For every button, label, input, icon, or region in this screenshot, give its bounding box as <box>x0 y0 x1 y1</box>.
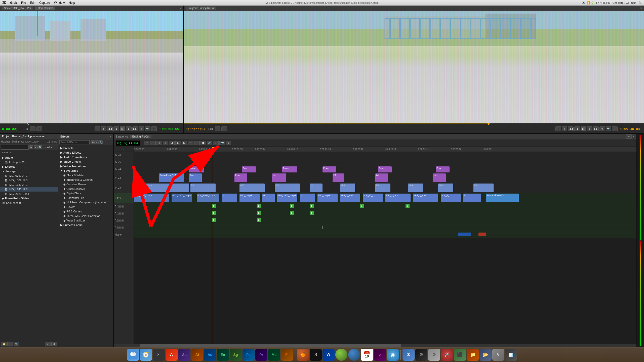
tl-play-btn[interactable]: ▶ <box>175 141 181 145</box>
dock-minecraft[interactable]: ⬛ <box>454 349 466 361</box>
v4-eye-icon[interactable]: 👁 <box>115 168 117 171</box>
track-v1[interactable]: MVI_1460_1.mp4 MVL_1460_1.mp4 MVI_1460_1… <box>134 193 636 203</box>
dock-ps[interactable]: Ps <box>243 349 255 361</box>
dock-folder-1[interactable]: 📁 <box>467 349 479 361</box>
program-zoom-out-btn[interactable]: - <box>215 126 220 131</box>
clip-a1-marker5[interactable]: ◆ <box>360 204 364 208</box>
tl-mark-out-btn[interactable]: } <box>163 141 168 145</box>
clip-v2-mvl7[interactable]: MVI <box>408 184 423 192</box>
source-mark-out-btn[interactable]: } <box>101 126 106 131</box>
clip-a1-marker1[interactable]: ◆ <box>212 204 216 208</box>
dock-launchpad[interactable]: 🚀 <box>441 349 453 361</box>
clip-v2-mvl3[interactable]: MVI <box>275 184 300 192</box>
clip-v1-m[interactable]: M <box>222 194 237 202</box>
effects-view-btn[interactable]: ⊞ <box>91 140 95 144</box>
clip-v3-im1[interactable]: IM <box>272 173 286 182</box>
menu-file[interactable]: File <box>21 1 26 5</box>
track-a2[interactable]: ◆ ◆ <box>134 217 636 224</box>
tl-mark-in-btn[interactable]: { <box>156 141 162 145</box>
dock-fcp[interactable]: ✂ <box>153 349 165 361</box>
menubar-search-icon[interactable]: 🔍 <box>638 1 642 5</box>
a2-solo-btn[interactable]: S <box>122 219 124 222</box>
proj-sequence02[interactable]: 🎬Sequence 02 <box>0 201 58 205</box>
effect-cross-dissolve[interactable]: ◆Cross Dissolve <box>58 187 113 191</box>
track-a1b[interactable]: ◆ ◆ ◆ ◆ <box>134 210 636 217</box>
dock-calendar[interactable]: CAL19 <box>361 349 373 361</box>
program-step-back-btn[interactable]: ◀ <box>574 126 580 131</box>
clip-v1-mvl-1060b[interactable]: MVI_1_mp4 <box>385 194 411 202</box>
effect-warp-stab[interactable]: ◆Warp Stabilizer <box>58 218 113 223</box>
clip-v2-mvl4[interactable]: M <box>310 184 323 192</box>
effects-filter-btn[interactable]: 🔧 <box>99 140 103 144</box>
menu-grab[interactable]: Grab <box>10 1 17 5</box>
v1-eye-icon[interactable]: 👁 <box>116 197 119 199</box>
dock-flash[interactable]: Fl <box>281 349 293 361</box>
proj-img1002[interactable]: 🖼IMG_1002.JPG <box>0 178 58 183</box>
program-progress-bar[interactable] <box>184 123 644 124</box>
clip-v3-pow4[interactable]: IM <box>375 173 388 182</box>
clip-v1-mvl-1060[interactable]: MVI_95_... <box>363 194 383 202</box>
source-progress-bar[interactable] <box>0 123 183 124</box>
program-tab[interactable]: Program: Ending ReCut <box>186 7 216 10</box>
project-list-view-btn[interactable]: ≡ <box>34 145 38 149</box>
effect-audio-trans[interactable]: ▶Audio Transitions <box>58 155 113 159</box>
v2-eye-icon[interactable]: 👁 <box>115 187 117 189</box>
proj-img1139[interactable]: 🖼IMG_1139.JPG <box>0 183 58 187</box>
track-v2[interactable]: MVI_1460_1.mp4 MVI 655. MVI M MVI MVI MV… <box>134 183 636 193</box>
dock-safari2[interactable]: ◉ <box>387 349 399 361</box>
source-camera-btn[interactable]: 📷 <box>145 126 150 131</box>
clip-v1-mvl-1060d[interactable]: MVI_1_ <box>441 194 461 202</box>
clip-a1-marker3[interactable]: ◆ <box>290 204 294 208</box>
program-play-btn[interactable]: ▶ <box>581 126 586 131</box>
tl-camera2-btn[interactable]: 📷 <box>219 141 225 145</box>
menu-window[interactable]: Window <box>54 1 65 5</box>
program-add-marker-btn[interactable]: + <box>612 126 618 131</box>
timeline-close-btn[interactable]: × <box>633 135 634 138</box>
effect-three-way[interactable]: ◆Three-Way Color Corrector <box>58 214 113 218</box>
clip-v1-mvl-mp4[interactable]: MVI_1_mp4 <box>340 194 360 202</box>
effect-bw[interactable]: ◆Black & White <box>58 173 113 177</box>
track-v4[interactable]: Powe Pow Powe Powe Powe Powe <box>134 166 636 173</box>
clip-v1-arrival[interactable]: Arrival Video-HD <box>486 194 519 202</box>
proj-exports-folder[interactable]: ▶Exports <box>0 164 58 169</box>
project-settings-btn[interactable]: ⚙ <box>51 342 57 346</box>
dock-ai[interactable]: Ai <box>191 349 203 361</box>
scrollbar-thumb[interactable] <box>140 344 401 347</box>
source-fast-forward-btn[interactable]: ▶▶ <box>132 126 138 131</box>
dock-activity-monitor[interactable]: 📊 <box>505 349 517 361</box>
dock-ball-green[interactable] <box>335 349 347 361</box>
v3-eye-icon[interactable]: 👁 <box>115 176 117 179</box>
dock-encore[interactable]: En <box>217 349 229 361</box>
program-camera-btn[interactable]: 📷 <box>606 126 611 131</box>
clip-v4-pow2[interactable]: Pow <box>242 166 256 172</box>
program-zoom-in-btn[interactable]: + <box>221 126 227 131</box>
track-v3[interactable]: PowerPoint Slide 7 Pow Pow IM IM IM IM <box>134 173 636 183</box>
clip-a1b-4[interactable]: ◆ <box>310 211 314 215</box>
clip-v2-655[interactable]: 655. <box>239 184 265 192</box>
source-tab[interactable]: Source: IMG_1140.JPG <box>2 7 33 10</box>
project-search-input[interactable] <box>1 145 29 150</box>
source-loop-btn[interactable]: ↺ <box>139 126 144 131</box>
proj-img2123[interactable]: 🖼IMG_2123_1.jpg <box>0 192 58 196</box>
clip-v3-pow5[interactable]: IM <box>433 173 446 182</box>
dock-au[interactable]: Au <box>204 349 216 361</box>
effect-brightness[interactable]: ◆Brightness & Contrast <box>58 177 113 182</box>
dock-finder[interactable] <box>127 349 139 361</box>
clip-v4-pow5[interactable]: Powe <box>378 166 392 172</box>
clear-btn[interactable]: ✕ <box>45 342 51 346</box>
source-mark-in-btn[interactable]: { <box>95 126 100 131</box>
a2-mute-btn[interactable]: M <box>118 219 121 222</box>
v5-eye-icon[interactable]: 👁 <box>115 161 117 164</box>
clip-v2-mvl6[interactable]: MVI <box>375 184 390 192</box>
effect-video-trans[interactable]: ▶Video Transitions <box>58 164 113 168</box>
dock-music-app[interactable]: ♬ <box>310 349 322 361</box>
clip-v1-mvl-m4[interactable]: M <box>463 194 481 202</box>
dock-acrobat[interactable]: A <box>166 349 178 361</box>
a3-mute-btn[interactable]: M <box>118 227 121 229</box>
clip-v3-pp1[interactable]: PowerPoint Slide 7 <box>159 173 184 182</box>
proj-audio-folder[interactable]: ▶Audio <box>0 155 58 160</box>
effect-reverb[interactable]: ◆Reverb <box>58 205 113 209</box>
clip-v2-mvl8[interactable]: MVI <box>438 184 453 192</box>
effects-list-btn[interactable]: ≡ <box>95 140 99 144</box>
clip-v2-mvl1[interactable]: MVI_1460_1.mp4 <box>134 184 189 192</box>
